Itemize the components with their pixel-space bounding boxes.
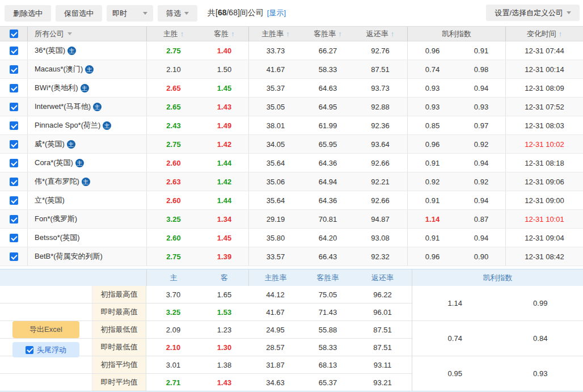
- summary-kelly-cells: 1.14 0.99 0.74 0.84 0.95 0.93: [412, 286, 583, 391]
- company-cell[interactable]: 立*(英国): [27, 191, 146, 209]
- company-cell[interactable]: 威*(英国) 主: [27, 135, 146, 153]
- summary-kelly-away: 0.99: [498, 299, 583, 307]
- show-link[interactable]: [显示]: [267, 8, 286, 18]
- away-win-rate: 58.33: [302, 60, 353, 78]
- company-cell[interactable]: 伟*(直布罗陀) 主: [27, 172, 146, 191]
- settings-button-label: 设置/选择自定义公司: [495, 5, 563, 21]
- company-name[interactable]: Interwet*(马耳他): [35, 102, 91, 112]
- summary-rows: 初指最高值 3.70 1.65 44.12 75.05 96.22 即时最高值 …: [0, 286, 412, 391]
- company-name[interactable]: 威*(英国): [35, 139, 65, 149]
- company-cell[interactable]: Interwet*(马耳他) 主: [27, 98, 146, 116]
- row-checkbox[interactable]: [10, 252, 18, 261]
- company-cell[interactable]: 36*(英国) 主: [27, 41, 146, 60]
- column-header-home[interactable]: 主胜↑: [146, 27, 200, 41]
- export-excel-button[interactable]: 导出Excel: [12, 321, 79, 338]
- keep-selected-button[interactable]: 保留选中: [56, 5, 102, 22]
- row-checkbox[interactable]: [10, 103, 18, 111]
- change-time: 12-31 08:18: [505, 154, 583, 172]
- row-checkbox-cell[interactable]: [0, 60, 27, 78]
- company-cell[interactable]: Macaus*(澳门) 主: [27, 60, 146, 78]
- summary-home-odds: 3.70: [146, 286, 200, 303]
- change-time: 12-31 07:44: [505, 41, 583, 60]
- company-name[interactable]: Pinnacle Spo*(荷兰): [35, 120, 100, 130]
- company-cell[interactable]: Cora*(英国) 主: [27, 154, 146, 172]
- summary-table-header: 主 客 主胜率 客胜率 返还率 凯利指数: [0, 269, 583, 286]
- row-checkbox-cell[interactable]: [0, 191, 27, 209]
- company-name[interactable]: 伟*(直布罗陀): [35, 176, 79, 187]
- company-cell[interactable]: BetB*(荷属安的列斯): [27, 247, 146, 265]
- home-odds: 2.75: [146, 135, 200, 153]
- company-name[interactable]: 36*(英国): [35, 45, 65, 56]
- row-checkbox-cell[interactable]: [0, 41, 27, 60]
- company-cell[interactable]: Pinnacle Spo*(荷兰) 主: [27, 116, 146, 134]
- row-checkbox[interactable]: [10, 140, 18, 149]
- row-checkbox[interactable]: [10, 84, 18, 92]
- select-all-checkbox[interactable]: [10, 29, 18, 38]
- company-cell[interactable]: Betsso*(英国): [27, 229, 146, 247]
- row-checkbox[interactable]: [10, 159, 18, 167]
- chevron-down-icon: [143, 12, 147, 15]
- row-checkbox[interactable]: [10, 121, 18, 130]
- kelly-away: 0.94: [457, 229, 505, 247]
- filter-dropdown[interactable]: 筛选: [158, 5, 197, 22]
- row-checkbox-cell[interactable]: [0, 116, 27, 134]
- away-odds: 1.44: [200, 154, 248, 172]
- column-header-away-rate[interactable]: 客胜率↑: [302, 27, 353, 41]
- summary-row: 即时平均值 2.71 1.43 34.63 65.37 93.21: [0, 374, 412, 391]
- kelly-away: 0.90: [457, 247, 505, 265]
- kelly-home: 0.96: [407, 41, 457, 60]
- summary-return-rate: 87.51: [353, 339, 412, 356]
- change-time: 12-31 10:01: [505, 210, 583, 228]
- row-checkbox-cell[interactable]: [0, 79, 27, 97]
- home-odds: 2.60: [146, 154, 200, 172]
- row-checkbox-cell[interactable]: [0, 247, 27, 265]
- company-name[interactable]: 立*(英国): [35, 195, 65, 205]
- row-checkbox[interactable]: [10, 215, 18, 224]
- summary-row-spacer: [0, 374, 92, 391]
- row-checkbox[interactable]: [10, 234, 18, 242]
- column-label-home-rate: 主胜率: [261, 29, 284, 39]
- summary-row-spacer: [0, 286, 92, 303]
- float-toggle-checkbox[interactable]: [26, 346, 33, 354]
- row-checkbox[interactable]: [10, 47, 18, 55]
- company-name[interactable]: Betsso*(英国): [35, 233, 79, 243]
- row-checkbox[interactable]: [10, 196, 18, 205]
- summary-home-win-rate: 31.87: [248, 356, 302, 373]
- kelly-away: 0.94: [457, 154, 505, 172]
- kelly-home: 0.91: [407, 229, 457, 247]
- company-cell[interactable]: BWi*(奥地利) 主: [27, 79, 146, 97]
- row-checkbox[interactable]: [10, 65, 18, 74]
- summary-return-rate: 93.21: [353, 374, 412, 391]
- select-all-cell[interactable]: [0, 27, 27, 41]
- company-cell[interactable]: Fon*(俄罗斯): [27, 210, 146, 228]
- float-header-footer-toggle[interactable]: 头尾浮动: [12, 342, 79, 357]
- row-checkbox-cell[interactable]: [0, 229, 27, 247]
- row-checkbox-cell[interactable]: [0, 135, 27, 153]
- company-name[interactable]: Macaus*(澳门): [35, 64, 83, 74]
- summary-row-spacer: [0, 304, 92, 321]
- selected-count: 68: [218, 8, 227, 17]
- row-checkbox-cell[interactable]: [0, 98, 27, 116]
- delete-selected-button[interactable]: 删除选中: [5, 5, 51, 22]
- away-win-rate: 64.36: [302, 154, 353, 172]
- home-odds: 2.75: [146, 41, 200, 60]
- home-odds: 2.75: [146, 247, 200, 265]
- company-name[interactable]: BetB*(荷属安的列斯): [35, 251, 103, 262]
- instant-dropdown[interactable]: 即时: [107, 5, 153, 22]
- company-name[interactable]: BWi*(奥地利): [35, 83, 78, 93]
- row-checkbox-cell[interactable]: [0, 210, 27, 228]
- primary-badge-icon: 主: [85, 65, 94, 74]
- sort-asc-icon: ↑: [231, 29, 235, 38]
- column-header-company[interactable]: 所有公司: [27, 27, 146, 41]
- custom-company-settings-button[interactable]: 设置/选择自定义公司: [486, 5, 580, 21]
- column-header-change-time[interactable]: 变化时间↑: [505, 27, 583, 41]
- row-checkbox[interactable]: [10, 178, 18, 186]
- column-header-home-rate[interactable]: 主胜率↑: [248, 27, 302, 41]
- column-header-away[interactable]: 客胜↑: [200, 27, 248, 41]
- company-name[interactable]: Cora*(英国): [35, 158, 73, 168]
- row-checkbox-cell[interactable]: [0, 172, 27, 191]
- away-odds: 1.39: [200, 247, 248, 265]
- company-name[interactable]: Fon*(俄罗斯): [35, 214, 77, 224]
- row-checkbox-cell[interactable]: [0, 154, 27, 172]
- column-header-return-rate[interactable]: 返还率↑: [353, 27, 407, 41]
